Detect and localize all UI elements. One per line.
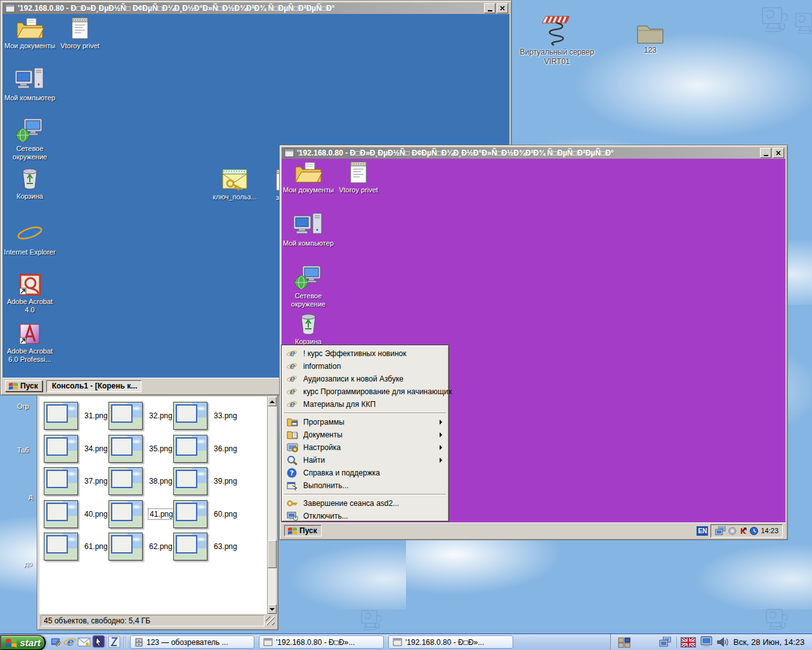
scroll-up-button[interactable] <box>268 397 277 406</box>
start-menu-item-pinned[interactable]: курс Программирование для начинающих <box>283 385 447 398</box>
window-icon <box>393 638 402 646</box>
scroll-down-button[interactable] <box>268 604 277 614</box>
minimize-button[interactable] <box>760 148 771 158</box>
file-item[interactable]: 63.png <box>173 533 239 560</box>
minimize-button[interactable] <box>484 3 495 13</box>
desktop-icon-virtual-server[interactable]: Виртуальный сервер VIRT01 <box>513 15 601 67</box>
network-icon[interactable] <box>715 526 726 536</box>
file-item[interactable]: 33.png <box>173 402 239 430</box>
acrobat-4-icon <box>18 273 41 296</box>
file-name: 33.png <box>213 411 239 421</box>
notepad-file-icon <box>70 17 89 40</box>
desktop-icon-my-computer[interactable]: Мой компьютер <box>3 67 56 102</box>
start-button-session2[interactable]: Пуск <box>284 525 322 536</box>
start-menu-item-disconnect[interactable]: Отключить... <box>283 510 447 522</box>
partial-icon-label[interactable]: до <box>24 560 32 567</box>
start-menu-item-run[interactable]: Выполнить... <box>283 479 447 492</box>
taskbar-button-explorer[interactable]: 123 — обозреватель ... <box>130 635 254 649</box>
partial-icon-label[interactable]: Таб <box>17 446 29 454</box>
file-item[interactable]: 36.png <box>173 435 239 463</box>
start-menu-item-pinned[interactable]: ! курс Эффективных новинок <box>283 347 447 360</box>
internet-explorer-icon[interactable] <box>63 635 76 648</box>
desktop-icon-acrobat-4[interactable]: Adobe Acrobat 4.0 <box>3 273 56 314</box>
desktop-icon-network-places[interactable]: Сетевое окружение <box>3 117 56 161</box>
scheduler-icon[interactable] <box>750 527 758 535</box>
file-item[interactable]: 35.png <box>108 435 174 463</box>
partial-icon-label[interactable]: д <box>29 493 32 500</box>
show-desktop-icon[interactable] <box>49 636 62 648</box>
mute-icon[interactable] <box>728 527 737 535</box>
close-button[interactable] <box>773 148 784 158</box>
taskbar-button-console1[interactable]: Консоль1 - [Корень к... <box>46 380 141 392</box>
file-item[interactable]: 40.png <box>44 500 109 528</box>
file-item[interactable]: 60.png <box>173 500 239 528</box>
file-item[interactable]: 39.png <box>173 467 239 495</box>
file-name: 32.png <box>148 411 174 421</box>
desktop-icon-label: Мои документы <box>4 42 55 50</box>
desktop-icon-label: Internet Explorer <box>4 248 55 256</box>
title-bar[interactable]: '192.168.0.80 - Ð□Ð»Ð¸ÐµÐ½Ñ□ Ð¢ÐµÑ□Ð¼Ð¸Ð… <box>3 3 509 14</box>
start-menu-item-programs[interactable]: Программы <box>283 416 447 428</box>
scrollbar-thumb[interactable] <box>268 540 277 568</box>
file-item[interactable]: 38.png <box>108 467 174 495</box>
file-item[interactable]: 32.png <box>108 402 174 430</box>
desktop-icon-recycle-bin[interactable]: Корзина <box>3 166 56 201</box>
start-menu-item-pinned[interactable]: information <box>283 360 447 373</box>
kaspersky-icon[interactable] <box>739 527 747 535</box>
start-menu-item-documents[interactable]: Документы <box>283 428 447 441</box>
close-icon <box>500 6 505 11</box>
file-item[interactable]: 62.png <box>108 533 174 560</box>
start-button-session1[interactable]: Пуск <box>5 380 43 392</box>
desktop-icon-internet-explorer[interactable]: Internet Explorer <box>3 221 56 256</box>
vertical-scrollbar[interactable] <box>267 397 276 614</box>
start-menu-item-pinned[interactable]: Материалы для ККП <box>283 398 447 411</box>
taskbar-button-rdp2[interactable]: '192.168.0.80 - Ð□Ð»... <box>388 635 513 649</box>
desktop-icon-recycle-bin[interactable]: Корзина <box>282 312 335 346</box>
volume-icon[interactable] <box>716 637 730 647</box>
file-item[interactable]: 34.png <box>44 435 109 463</box>
file-thumbnail <box>44 467 78 495</box>
desktop-icon-label: Мой компьютер <box>283 239 334 248</box>
start-menu-item-logoff[interactable]: Завершение сеанса asd2... <box>283 497 447 510</box>
title-bar[interactable]: '192.168.0.80 - Ð□Ð»Ð¸ÐµÐ½Ñ□ Ð¢ÐµÑ□Ð¼Ð¸Ð… <box>282 147 785 159</box>
desktop-icon-acrobat-6[interactable]: Adobe Acrobat 6.0 Professi... <box>3 322 56 364</box>
desktop-icon-user-key[interactable]: ключ_польз... <box>208 168 261 201</box>
desktop-icon-vtoroy-privet[interactable]: Vtoroy privet <box>332 161 385 194</box>
taskbar-button-label: '192.168.0.80 - Ð□Ð»... <box>276 638 355 647</box>
start-menu-item-settings[interactable]: Настройка <box>283 441 447 454</box>
desktop-icon-network-places[interactable]: Сетевое окружение <box>282 265 335 308</box>
start-menu-item-help[interactable]: Справка и поддержка <box>283 467 447 479</box>
window-grid-icon[interactable] <box>618 637 631 648</box>
taskbar-button-rdp1[interactable]: '192.168.0.80 - Ð□Ð»... <box>259 635 384 649</box>
start-menu-item-pinned[interactable]: Аудиозаписи к новой Азбуке <box>283 373 447 385</box>
app-zigzag-icon[interactable] <box>108 635 121 648</box>
desktop-icon-label: 123 <box>644 46 657 55</box>
uk-flag-icon[interactable] <box>681 637 696 647</box>
file-item-selected[interactable]: 41.png <box>108 500 175 528</box>
host-start-button[interactable]: start <box>0 635 46 650</box>
file-item[interactable]: 31.png <box>44 402 109 430</box>
desktop-icon-my-computer[interactable]: Мой компьютер <box>282 212 335 248</box>
notepad-file-icon <box>349 161 368 184</box>
language-indicator[interactable]: EN <box>697 526 708 536</box>
start-menu-item-search[interactable]: Найти <box>283 454 447 467</box>
desktop-icon-vtoroy-privet[interactable]: Vtoroy privet <box>53 17 107 50</box>
mail-icon[interactable] <box>77 637 91 647</box>
resize-grip[interactable] <box>266 616 275 625</box>
file-item[interactable]: 37.png <box>44 467 109 495</box>
desktop-icon-my-documents[interactable]: Мои документы <box>3 17 56 50</box>
close-button[interactable] <box>497 3 508 13</box>
submenu-arrow-icon <box>440 445 442 450</box>
computer-icon[interactable] <box>700 636 713 648</box>
desktop-icon-my-documents[interactable]: Мои документы <box>282 161 335 194</box>
remote-desktop-icon[interactable] <box>92 635 105 648</box>
internet-explorer-icon <box>287 361 298 371</box>
desktop-icon-123-folder[interactable]: 123 <box>622 23 679 55</box>
menu-item-label: Отключить... <box>303 512 348 521</box>
file-thumbnail <box>173 435 207 463</box>
file-item[interactable]: 61.png <box>44 533 109 560</box>
remote-session-icon[interactable] <box>659 637 671 647</box>
partial-icon-label[interactable]: Огр <box>17 402 29 410</box>
network-places-icon <box>15 117 44 143</box>
file-name: 37.png <box>83 476 109 486</box>
